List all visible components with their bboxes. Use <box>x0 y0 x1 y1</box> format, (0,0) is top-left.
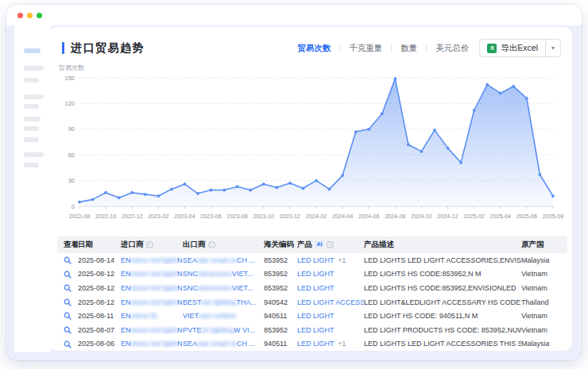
exporter-link[interactable]: SNCelectronicsVIET... <box>183 284 264 292</box>
svg-text:2025-08: 2025-08 <box>543 213 563 220</box>
importer-link[interactable]: ENvision led lightiNG L... <box>121 256 183 264</box>
sidebar-item[interactable] <box>24 94 44 99</box>
shipments-table: 查看日期进口商i出口商i海关编码产品AIi产品描述原产国 2025-08-14E… <box>57 236 567 351</box>
exporter-link[interactable]: SEAstar smart teCH ... <box>183 340 264 348</box>
company-name-suffix: NG L... <box>177 298 183 306</box>
company-name-suffix: VIET... <box>232 284 253 292</box>
table-row: 2025-08-14ENvision led lightiNG L...SEAs… <box>57 253 567 267</box>
svg-text:90: 90 <box>68 125 75 133</box>
column-header: 海关编码 <box>264 240 297 250</box>
product-link[interactable]: LED LIGHT <box>297 326 335 334</box>
table-row: 2025-08-07ENvision led lightiNG L...PVTE… <box>57 323 567 337</box>
search-icon[interactable] <box>64 298 72 306</box>
area-chart-canvas[interactable]: 贸易次数03060901201502022-082022-102022-1220… <box>54 62 567 230</box>
product-cell: LED LIGHT+1 <box>297 256 364 264</box>
importer-link[interactable]: ENvision llc <box>121 312 183 320</box>
product-cell: LED LIGHT <box>297 270 364 278</box>
exporter-link[interactable]: SNCelectronicsVIET... <box>183 270 264 278</box>
date-cell: 2025-08-12 <box>78 270 121 278</box>
search-icon[interactable] <box>64 284 72 292</box>
info-icon[interactable]: i <box>146 241 153 248</box>
zoom-window-icon[interactable] <box>37 13 42 18</box>
info-icon[interactable]: i <box>327 241 334 248</box>
minimize-window-icon[interactable] <box>27 13 33 18</box>
product-more-count[interactable]: +1 <box>338 340 346 348</box>
exporter-link[interactable]: BESTwin lightingTHA... <box>183 298 264 306</box>
product-link[interactable]: LED LIGHT <box>297 270 335 278</box>
svg-text:2023-06: 2023-06 <box>200 213 221 220</box>
tab-kg-weight[interactable]: 千克重量 <box>349 43 382 54</box>
origin-country-cell: Malaysia <box>521 256 556 264</box>
product-link[interactable]: LED LIGHT <box>297 340 335 348</box>
sidebar-item-active[interactable] <box>24 48 41 53</box>
chevron-down-icon: ▼ <box>551 45 556 51</box>
exporter-link[interactable]: VIETnam turbine <box>183 312 264 320</box>
column-header: 查看 <box>57 240 78 250</box>
importer-link[interactable]: ENvision led lightiNG L... <box>121 270 183 278</box>
title-accent-bar <box>62 42 64 54</box>
column-header-label: 原产国 <box>521 240 544 248</box>
search-icon[interactable] <box>64 256 72 263</box>
column-header-label: 产品 <box>297 240 312 248</box>
sidebar <box>14 25 51 352</box>
description-cell: LED LIGHTS HS CODE:853952,ENVISIONLED <box>364 284 521 292</box>
sidebar-item[interactable] <box>24 66 44 71</box>
importer-link[interactable]: ENvision led lightiNG L... <box>121 298 183 306</box>
importer-link[interactable]: ENvision led lightiNG L... <box>121 284 183 292</box>
tab-quantity[interactable]: 数量 <box>400 43 417 54</box>
exporter-link[interactable]: PVTEch lightingW VI... <box>183 326 264 334</box>
sidebar-item[interactable] <box>24 163 39 167</box>
product-more-count[interactable]: +1 <box>338 256 346 264</box>
svg-text:2024-08: 2024-08 <box>385 213 405 220</box>
date-cell: 2025-08-11 <box>78 312 121 320</box>
column-header: 原产国 <box>521 240 556 250</box>
company-name-masked: vision led lighti <box>131 270 178 278</box>
trade-trend-panel: 进口贸易趋势 贸易次数 千克重量 数量 美元总价 X 导出Excel ▼ <box>49 27 572 351</box>
svg-text:2022-12: 2022-12 <box>122 213 142 220</box>
tab-divider <box>391 44 392 52</box>
column-header: 进口商i <box>121 240 183 250</box>
company-name-masked: vision led lighti <box>131 256 178 264</box>
importer-link[interactable]: ENvision led lightiNG L... <box>121 340 183 348</box>
tab-trade-count[interactable]: 贸易次数 <box>297 43 331 54</box>
sidebar-item[interactable] <box>24 78 39 83</box>
view-cell <box>57 312 78 321</box>
ai-badge: AI <box>315 241 324 248</box>
column-header-label: 产品描述 <box>364 240 394 248</box>
importer-link[interactable]: ENvision led lightiNG L... <box>121 326 183 334</box>
svg-text:120: 120 <box>64 100 75 107</box>
search-icon[interactable] <box>64 312 72 320</box>
sidebar-item[interactable] <box>24 126 39 131</box>
search-icon[interactable] <box>64 340 72 348</box>
close-window-icon[interactable] <box>17 13 23 18</box>
hs-code-cell: 853952 <box>264 270 297 278</box>
table-row: 2025-08-12ENvision led lightiNG L...SNCe… <box>57 267 567 282</box>
company-name-suffix: CH ... <box>237 340 255 348</box>
origin-country-cell: Thailand <box>521 298 556 306</box>
product-link[interactable]: LED LIGHT <box>297 284 335 292</box>
tab-usd-total[interactable]: 美元总价 <box>435 43 469 54</box>
table-row: 2025-08-06ENvision led lightiNG L...SEAs… <box>57 337 567 352</box>
export-excel-button[interactable]: X 导出Excel <box>480 40 545 56</box>
company-name-prefix: EN <box>121 312 131 320</box>
svg-text:2025-04: 2025-04 <box>490 213 511 220</box>
product-cell: LED LIGHT ACCESSORY <box>297 298 364 306</box>
sidebar-item[interactable] <box>24 104 39 109</box>
product-link[interactable]: LED LIGHT ACCESSORY <box>297 298 364 306</box>
info-icon[interactable]: i <box>208 241 215 248</box>
export-button-group: X 导出Excel ▼ <box>479 39 561 57</box>
search-icon[interactable] <box>64 270 72 278</box>
sidebar-item[interactable] <box>24 117 41 121</box>
company-name-prefix: PVTE <box>183 326 202 334</box>
column-header-label: 日期 <box>78 240 93 248</box>
product-link[interactable]: LED LIGHT <box>297 256 335 264</box>
sidebar-item[interactable] <box>24 137 39 142</box>
product-link[interactable]: LED LIGHT <box>297 312 335 320</box>
export-dropdown-caret[interactable]: ▼ <box>545 40 560 56</box>
svg-text:2023-04: 2023-04 <box>174 213 195 220</box>
search-icon[interactable] <box>64 325 72 333</box>
sidebar-item[interactable] <box>24 152 44 157</box>
company-name-prefix: SEA <box>183 340 197 348</box>
exporter-link[interactable]: SEAstar smart teCH ... <box>183 256 264 264</box>
company-name-suffix: NG L... <box>177 270 183 278</box>
